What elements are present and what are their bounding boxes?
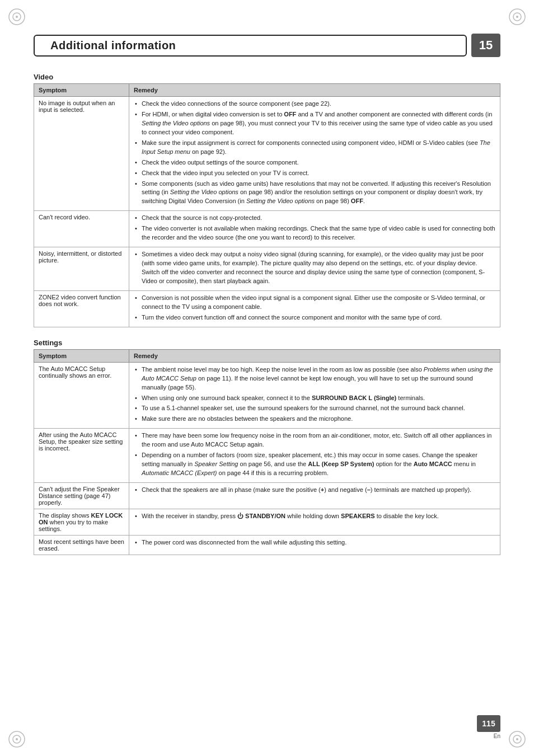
main-content: Video Symptom Remedy No image is output … <box>34 73 500 555</box>
remedy-cell: Sometimes a video deck may output a nois… <box>129 247 500 291</box>
list-item: There may have been some low frequency n… <box>134 431 495 449</box>
list-item: Check that the source is not copy-protec… <box>134 214 495 223</box>
list-item: When using only one surround back speake… <box>134 394 495 403</box>
footer-page-number: 115 <box>477 715 500 732</box>
footer-lang: En <box>494 733 500 739</box>
remedy-cell: Check the video connections of the sourc… <box>129 97 500 211</box>
table-row: The display shows KEY LOCK ON when you t… <box>34 509 500 536</box>
svg-point-2 <box>16 16 18 18</box>
list-item: With the receiver in standby, press ⏻ ST… <box>134 512 495 521</box>
symptom-cell: Noisy, intermittent, or distorted pictur… <box>34 247 129 291</box>
symptom-cell: The display shows KEY LOCK ON when you t… <box>34 509 129 536</box>
table-row: The Auto MCACC Setup continually shows a… <box>34 362 500 429</box>
list-item: The ambient noise level may be too high.… <box>134 365 495 392</box>
header-title-box: Additional information <box>34 35 467 57</box>
table-row: ZONE2 video convert function does not wo… <box>34 290 500 327</box>
svg-point-11 <box>516 738 518 740</box>
list-item: Check that the speakers are all in phase… <box>134 486 495 495</box>
video-table: Symptom Remedy No image is output when a… <box>34 83 500 327</box>
video-col-remedy: Remedy <box>129 84 500 97</box>
list-item: Check the video connections of the sourc… <box>134 100 495 109</box>
table-row: Can't record video. Check that the sourc… <box>34 211 500 247</box>
page-title: Additional information <box>50 39 176 51</box>
table-row: Can't adjust the Fine Speaker Distance s… <box>34 483 500 509</box>
table-row: After using the Auto MCACC Setup, the sp… <box>34 429 500 483</box>
symptom-cell: The Auto MCACC Setup continually shows a… <box>34 362 129 429</box>
corner-decoration-tr <box>507 7 527 27</box>
remedy-cell: Check that the speakers are all in phase… <box>129 483 500 509</box>
list-item: Check that the video input you selected … <box>134 169 495 178</box>
video-section-heading: Video <box>34 73 500 81</box>
settings-section-heading: Settings <box>34 339 500 347</box>
remedy-cell: Conversion is not possible when the vide… <box>129 290 500 327</box>
page-number: 15 <box>471 34 500 57</box>
remedy-cell: There may have been some low frequency n… <box>129 429 500 483</box>
video-col-symptom: Symptom <box>34 84 129 97</box>
settings-col-remedy: Remedy <box>129 349 500 362</box>
list-item: Make sure there are no obstacles between… <box>134 415 495 424</box>
list-item: The video converter is not available whe… <box>134 224 495 242</box>
symptom-cell: Can't adjust the Fine Speaker Distance s… <box>34 483 129 509</box>
list-item: Turn the video convert function off and … <box>134 313 495 322</box>
remedy-cell: The power cord was disconnected from the… <box>129 536 500 555</box>
list-item: To use a 5.1-channel speaker set, use th… <box>134 404 495 413</box>
remedy-cell: The ambient noise level may be too high.… <box>129 362 500 429</box>
symptom-cell: Can't record video. <box>34 211 129 247</box>
list-item: Make sure the input assignment is correc… <box>134 139 495 157</box>
svg-point-8 <box>16 738 18 740</box>
list-item: For HDMI, or when digital video conversi… <box>134 110 495 137</box>
symptom-cell: After using the Auto MCACC Setup, the sp… <box>34 429 129 483</box>
list-item: Some components (such as video game unit… <box>134 180 495 206</box>
symptom-cell: ZONE2 video convert function does not wo… <box>34 290 129 327</box>
table-row: Noisy, intermittent, or distorted pictur… <box>34 247 500 291</box>
settings-col-symptom: Symptom <box>34 349 129 362</box>
corner-decoration-bl <box>7 729 27 749</box>
table-row: Most recent settings have been erased. T… <box>34 536 500 555</box>
symptom-cell: No image is output when an input is sele… <box>34 97 129 211</box>
list-item: Depending on a number of factors (room s… <box>134 451 495 478</box>
remedy-cell: Check that the source is not copy-protec… <box>129 211 500 247</box>
list-item: Sometimes a video deck may output a nois… <box>134 250 495 286</box>
svg-point-5 <box>516 16 518 18</box>
list-item: Check the video output settings of the s… <box>134 158 495 167</box>
page-header: Additional information 15 <box>34 34 500 57</box>
footer: 115 En <box>477 715 500 739</box>
symptom-cell: Most recent settings have been erased. <box>34 536 129 555</box>
settings-table: Symptom Remedy The Auto MCACC Setup cont… <box>34 349 500 555</box>
corner-decoration-tl <box>7 7 27 27</box>
corner-decoration-br <box>507 729 527 749</box>
remedy-cell: With the receiver in standby, press ⏻ ST… <box>129 509 500 536</box>
list-item: The power cord was disconnected from the… <box>134 538 495 547</box>
list-item: Conversion is not possible when the vide… <box>134 294 495 312</box>
table-row: No image is output when an input is sele… <box>34 97 500 211</box>
